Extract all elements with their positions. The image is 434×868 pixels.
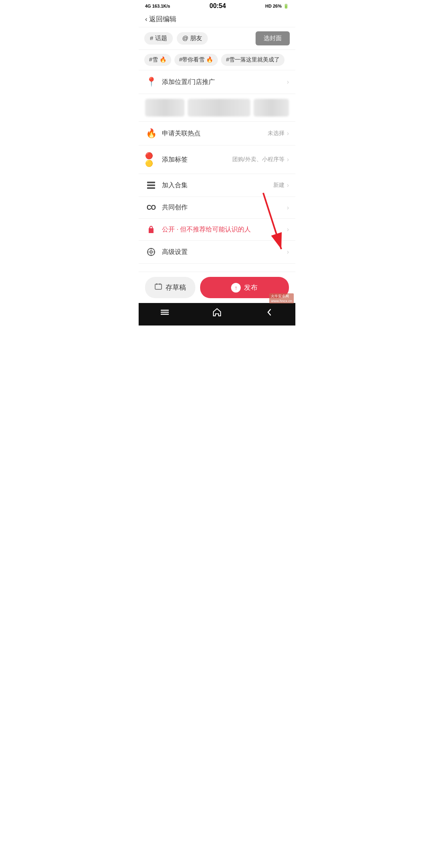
tags-row: # 话题 @ 朋友 选封面 bbox=[139, 27, 295, 50]
blurred-block-2 bbox=[188, 99, 250, 117]
back-nav-icon[interactable] bbox=[264, 307, 274, 320]
status-right: HD 26% 🔋 bbox=[265, 4, 289, 9]
tags-value: 团购/外卖、小程序等 bbox=[232, 156, 285, 163]
hashtag-label: # 话题 bbox=[150, 35, 167, 42]
privacy-label: 公开 · 但不推荐给可能认识的人 bbox=[162, 225, 287, 234]
home-nav-icon[interactable] bbox=[212, 307, 222, 320]
tags-label: 添加标签 bbox=[162, 156, 232, 164]
draft-label: 存草稿 bbox=[166, 283, 186, 292]
hashtag-chip-label2: #带你看雪 🔥 bbox=[179, 56, 213, 63]
advanced-icon bbox=[145, 247, 157, 257]
svg-rect-0 bbox=[147, 182, 155, 183]
cover-button[interactable]: 选封面 bbox=[256, 31, 290, 45]
back-button[interactable]: ‹ 返回编辑 bbox=[145, 14, 176, 24]
cocreate-icon: CO bbox=[145, 204, 157, 211]
cover-label: 选封面 bbox=[264, 35, 282, 41]
back-chevron-icon: ‹ bbox=[145, 15, 147, 23]
watermark: 火牛安卓网www.hncx.cn bbox=[269, 293, 294, 303]
hotspot-value: 未选择 bbox=[268, 130, 285, 137]
collection-icon bbox=[145, 180, 157, 190]
blurred-row bbox=[139, 94, 295, 122]
privacy-icon bbox=[145, 225, 157, 234]
advanced-item[interactable]: 高级设置 › bbox=[139, 241, 295, 264]
location-item[interactable]: 📍 添加位置/门店推广 › bbox=[139, 70, 295, 94]
publish-icon: ↑ bbox=[231, 283, 241, 293]
tags-icon: 🔴🟡 bbox=[145, 152, 157, 167]
collection-value: 新建 bbox=[273, 182, 285, 189]
cocreate-item[interactable]: CO 共同创作 › bbox=[139, 197, 295, 219]
publish-label: 发布 bbox=[244, 283, 258, 292]
location-arrow: › bbox=[287, 78, 289, 86]
draft-button[interactable]: 存草稿 bbox=[145, 277, 195, 298]
tags-item[interactable]: 🔴🟡 添加标签 团购/外卖、小程序等 › bbox=[139, 145, 295, 174]
hotspot-label: 申请关联热点 bbox=[162, 129, 268, 138]
tags-arrow: › bbox=[287, 156, 289, 163]
status-bar: 4G 163.1K/s 00:54 HD 26% 🔋 bbox=[139, 0, 295, 11]
signal-text: 4G 163.1K/s bbox=[145, 4, 170, 8]
mention-label: @ 朋友 bbox=[182, 35, 202, 42]
menu-nav-icon[interactable] bbox=[160, 307, 170, 320]
location-icon: 📍 bbox=[145, 77, 157, 87]
hashtag-chip-snow3[interactable]: #雪一落这里就美成了 bbox=[221, 54, 285, 66]
svg-rect-1 bbox=[147, 184, 155, 186]
privacy-arrow: › bbox=[287, 226, 289, 233]
back-label: 返回编辑 bbox=[149, 14, 176, 24]
collection-item[interactable]: 加入合集 新建 › bbox=[139, 174, 295, 197]
header: ‹ 返回编辑 bbox=[139, 11, 295, 27]
advanced-arrow: › bbox=[287, 248, 289, 256]
collection-label: 加入合集 bbox=[162, 181, 273, 190]
hashtag-row: #雪 🔥 #带你看雪 🔥 #雪一落这里就美成了 bbox=[139, 50, 295, 70]
svg-rect-2 bbox=[147, 187, 155, 189]
blurred-block-1 bbox=[145, 99, 184, 117]
battery-icon: 🔋 bbox=[283, 4, 289, 9]
status-time: 00:54 bbox=[209, 2, 226, 10]
status-left: 4G 163.1K/s bbox=[145, 4, 170, 8]
svg-rect-11 bbox=[155, 284, 162, 289]
cocreate-arrow: › bbox=[287, 204, 289, 211]
location-label: 添加位置/门店推广 bbox=[162, 78, 287, 86]
hashtag-chip-label3: #雪一落这里就美成了 bbox=[226, 56, 280, 63]
mention-button[interactable]: @ 朋友 bbox=[177, 32, 208, 45]
cocreate-label: 共同创作 bbox=[162, 203, 287, 212]
battery-text: HD 26% bbox=[265, 4, 282, 8]
nav-bar bbox=[139, 303, 295, 326]
collection-arrow: › bbox=[287, 182, 289, 189]
draft-icon bbox=[154, 283, 162, 293]
hashtag-chip-snow2[interactable]: #带你看雪 🔥 bbox=[174, 54, 218, 66]
hotspot-item[interactable]: 🔥 申请关联热点 未选择 › bbox=[139, 122, 295, 145]
privacy-item[interactable]: 公开 · 但不推荐给可能认识的人 › bbox=[139, 219, 295, 241]
hashtag-chip-label: #雪 🔥 bbox=[149, 56, 166, 63]
hotspot-arrow: › bbox=[287, 130, 289, 137]
blurred-block-3 bbox=[254, 99, 289, 117]
advanced-label: 高级设置 bbox=[162, 248, 287, 256]
hotspot-icon: 🔥 bbox=[145, 128, 157, 139]
hashtag-chip-snow[interactable]: #雪 🔥 bbox=[144, 54, 171, 66]
svg-point-4 bbox=[150, 251, 152, 253]
hashtag-button[interactable]: # 话题 bbox=[144, 32, 173, 45]
